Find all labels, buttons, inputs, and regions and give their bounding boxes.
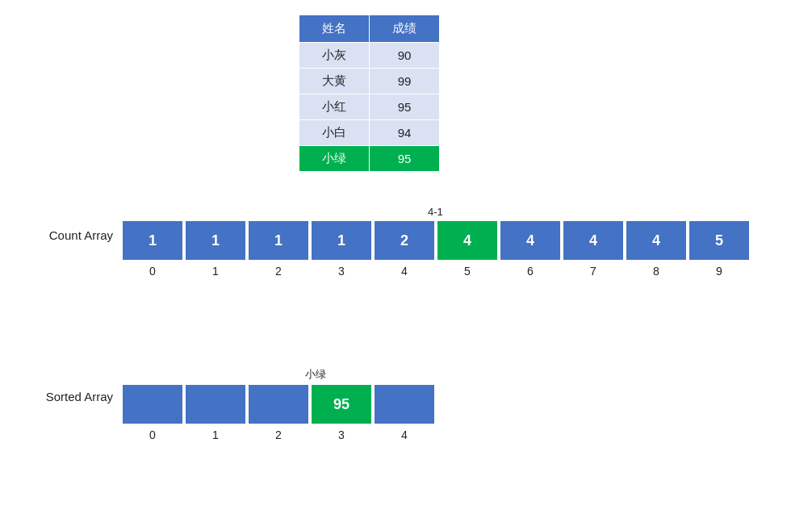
- cell-name: 小绿: [299, 146, 370, 172]
- count-index-3: 3: [310, 265, 373, 278]
- count-box-4: 2: [373, 219, 436, 261]
- count-index-2: 2: [247, 265, 310, 278]
- sorted-box-4: [373, 383, 436, 425]
- sorted-box-1: [184, 383, 247, 425]
- count-box-8: 4: [625, 219, 688, 261]
- count-index-1: 1: [184, 265, 247, 278]
- sorted-box-3: 95: [310, 383, 373, 425]
- count-box-3: 1: [310, 219, 373, 261]
- cell-name: 小白: [299, 120, 370, 146]
- cell-score: 94: [370, 120, 440, 146]
- count-box-1: 1: [184, 219, 247, 261]
- sorted-array-wrapper: 小绿 95 01234: [121, 367, 436, 441]
- table-row: 小红95: [299, 94, 440, 120]
- count-index-7: 7: [562, 265, 625, 278]
- sorted-array-label: Sorted Array: [24, 390, 113, 403]
- count-box-0: 1: [121, 219, 184, 261]
- sorted-index-2: 2: [247, 428, 310, 441]
- sorted-index-0: 0: [121, 428, 184, 441]
- count-index-9: 9: [688, 265, 751, 278]
- count-box-2: 1: [247, 219, 310, 261]
- count-indices: 0123456789: [121, 265, 751, 278]
- count-index-5: 5: [436, 265, 499, 278]
- cell-name: 大黄: [299, 69, 370, 94]
- table-row: 小绿95: [299, 146, 440, 172]
- count-index-6: 6: [499, 265, 562, 278]
- sorted-index-1: 1: [184, 428, 247, 441]
- sorted-indices: 01234: [121, 428, 436, 441]
- sorted-annotation: 小绿: [305, 367, 326, 382]
- count-box-7: 4: [562, 219, 625, 261]
- cell-name: 小红: [299, 94, 370, 120]
- count-boxes: 1111244445: [121, 219, 751, 261]
- sorted-box-0: [121, 383, 184, 425]
- table-section: 姓名 成绩 小灰90大黄99小红95小白94小绿95: [299, 15, 440, 172]
- score-table: 姓名 成绩 小灰90大黄99小红95小白94小绿95: [299, 15, 440, 172]
- table-row: 小灰90: [299, 43, 440, 69]
- count-index-0: 0: [121, 265, 184, 278]
- sorted-boxes: 95: [121, 383, 436, 425]
- sorted-index-4: 4: [373, 428, 436, 441]
- header-score: 成绩: [370, 15, 440, 43]
- count-box-5: 4: [436, 219, 499, 261]
- cell-score: 95: [370, 146, 440, 172]
- cell-score: 99: [370, 69, 440, 94]
- header-name: 姓名: [299, 15, 370, 43]
- count-box-9: 5: [688, 219, 751, 261]
- sorted-box-2: [247, 383, 310, 425]
- cell-name: 小灰: [299, 43, 370, 69]
- cell-score: 95: [370, 94, 440, 120]
- count-array-wrapper: 4-1 1111244445 0123456789: [121, 206, 751, 278]
- cell-score: 90: [370, 43, 440, 69]
- count-box-6: 4: [499, 219, 562, 261]
- count-annotation: 4-1: [428, 206, 443, 218]
- sorted-index-3: 3: [310, 428, 373, 441]
- count-index-4: 4: [373, 265, 436, 278]
- count-index-8: 8: [625, 265, 688, 278]
- table-row: 大黄99: [299, 69, 440, 94]
- count-array-label: Count Array: [24, 228, 113, 242]
- table-row: 小白94: [299, 120, 440, 146]
